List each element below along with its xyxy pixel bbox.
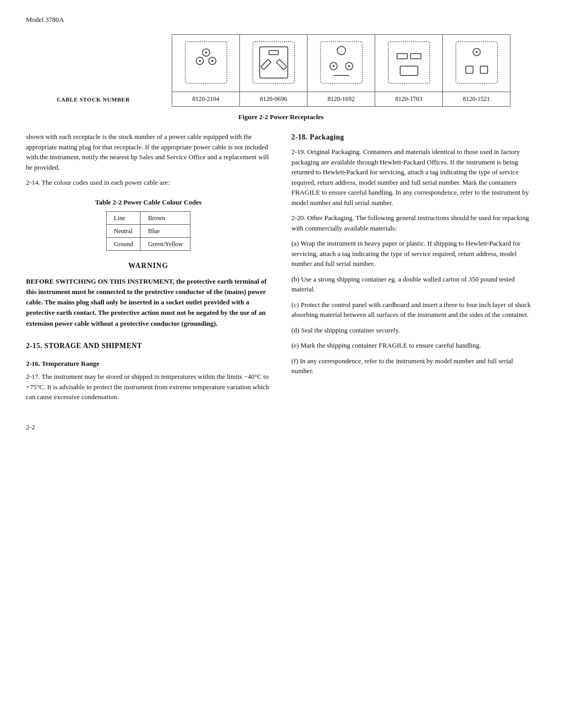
colour-col1-2: Neutral [106,225,140,238]
svg-rect-23 [456,42,497,83]
svg-rect-12 [321,42,362,83]
stock-num-1: 8120-2104 [172,92,240,107]
warning-heading: WARNING [26,260,271,271]
svg-rect-21 [411,54,421,59]
cable-stock-label [52,35,172,92]
para-a: (a) Wrap the instrument in heavy paper o… [291,238,536,269]
colour-col2-2: Blue [140,225,190,238]
para-2-17: 2-17. The instrument may be stored or sh… [26,372,271,402]
receptacle-img-4 [375,35,443,92]
para-2-14: 2-14. The colour codes used in each powe… [26,177,271,188]
receptacle-img-2 [240,35,308,92]
page-number: 2-2 [26,423,536,431]
para-2-20-intro: 2-20. Other Packaging. The following gen… [291,213,536,233]
section-2-15-heading: 2-15. STORAGE AND SHIPMENT [26,340,271,351]
left-column: shown with each receptacle is the stock … [26,132,271,407]
svg-point-4 [199,60,201,62]
svg-point-25 [476,51,478,53]
svg-rect-11 [276,59,287,70]
colour-col2-3: Green/Yellow [140,238,190,251]
receptacle-img-5 [443,35,510,92]
svg-rect-20 [397,54,407,59]
svg-rect-22 [400,66,418,75]
main-content: shown with each receptacle is the stock … [26,132,536,407]
svg-rect-27 [480,66,488,73]
svg-point-6 [205,52,207,54]
para-b: (b) Use a strong shipping container eg. … [291,274,536,295]
svg-rect-10 [261,59,271,70]
stock-num-3: 8120-1692 [308,92,375,107]
figure-container: CABLE STOCK NUMBER 8120-2104 8120-0696 8… [52,34,510,121]
svg-rect-8 [260,47,288,78]
receptacle-img-3 [308,35,375,92]
colour-col1-1: Line [106,212,140,225]
model-number: Model 3780A [26,16,536,24]
para-c: (c) Protect the control panel with cardb… [291,300,536,320]
section-2-18-heading: 2-18. Packaging [291,132,536,143]
warning-text: BEFORE SWITCHING ON THIS INSTRUMENT, the… [26,276,271,329]
receptacle-img-1 [172,35,240,92]
para-f: (f) In any correspondence, refer to the … [291,356,536,376]
colour-table-title: Table 2-2 Power Cable Colour Codes [26,197,271,208]
para-2-19: 2-19. Original Packaging. Containers and… [291,147,536,208]
right-column: 2-18. Packaging 2-19. Original Packaging… [291,132,536,407]
colour-col1-3: Ground [106,238,140,251]
svg-rect-26 [466,66,473,73]
stock-num-5: 8120-1521 [443,92,510,107]
svg-point-13 [337,46,346,55]
svg-rect-7 [253,42,295,83]
figure-caption: Figure 2-2 Power Receptacles [52,113,510,121]
receptacle-table: CABLE STOCK NUMBER 8120-2104 8120-0696 8… [52,34,510,107]
svg-rect-0 [185,42,227,83]
svg-point-5 [211,60,213,62]
colour-row-2: Neutral Blue [106,225,190,238]
svg-point-16 [333,65,335,67]
svg-rect-9 [269,50,278,55]
para-d: (d) Seal the shipping container securely… [291,325,536,336]
colour-table: Line Brown Neutral Blue Ground Green/Yel… [106,211,190,251]
subsection-2-16-heading: 2-16. Temperature Range [26,359,271,369]
stock-num-2: 8120-0696 [240,92,308,107]
colour-row-3: Ground Green/Yellow [106,238,190,251]
svg-point-17 [348,65,350,67]
colour-row-1: Line Brown [106,212,190,225]
para-e: (e) Mark the shipping container FRAGILE … [291,340,536,351]
stock-num-4: 8120-1703 [375,92,443,107]
cable-stock-label-text: CABLE STOCK NUMBER [52,92,172,107]
svg-rect-19 [388,42,430,83]
colour-col2-1: Brown [140,212,190,225]
intro-paragraph: shown with each receptacle is the stock … [26,132,271,172]
